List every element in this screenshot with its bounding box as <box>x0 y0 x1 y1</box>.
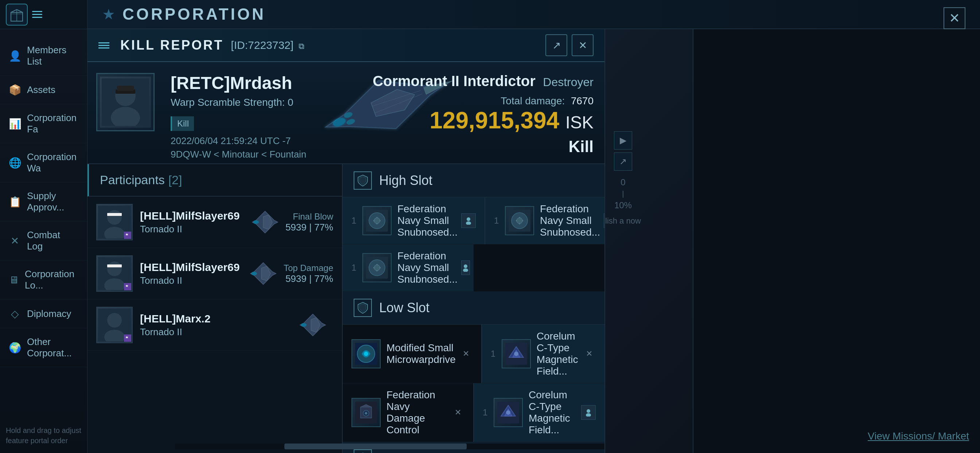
sidebar-item-label: Combat Log <box>27 230 78 252</box>
participant-ship-2: Tornado II <box>140 275 243 286</box>
combat-icon: ✕ <box>9 234 21 247</box>
pilot-portrait <box>102 78 149 126</box>
slot-num: 1 <box>352 215 363 226</box>
view-missions-link[interactable]: View Missions/ Market <box>868 431 969 442</box>
supply-icon: 📋 <box>9 196 21 208</box>
horizontal-scrollbar[interactable] <box>175 443 605 449</box>
corp-star-icon: ★ <box>102 6 115 22</box>
sidebar-item-supply[interactable]: 📋 Supply Approv... <box>0 182 87 222</box>
export-button[interactable]: ↗ <box>546 34 567 56</box>
participant-stat-value-1: 5939 | 77% <box>285 222 333 233</box>
rank-badge <box>124 231 131 239</box>
sidebar: 👤 Members List 📦 Assets 📊 Corporation Fa… <box>0 0 88 453</box>
ship-display: Cormorant II Interdictor Destroyer Total… <box>294 62 605 163</box>
svg-point-29 <box>301 323 307 327</box>
svg-rect-7 <box>117 86 134 91</box>
high-slot-row-1: 1 Federation Navy Small Snubnosed... <box>343 197 605 244</box>
low-slot-item-2-right[interactable]: 1 Corelum C-Type Magnetic Field... <box>473 383 605 442</box>
slot-item-name-mwd: Modified Small Microwarpdrive <box>387 342 456 365</box>
kill-result: Kill <box>372 137 593 156</box>
sidebar-item-label: Corporation Wa <box>27 152 78 174</box>
scrollbar-thumb[interactable] <box>285 443 467 449</box>
svg-point-20 <box>107 262 122 276</box>
sidebar-item-label: Supply Approv... <box>27 190 78 213</box>
ship-stats: Cormorant II Interdictor Destroyer Total… <box>372 73 593 156</box>
participants-count: [2] <box>169 173 182 187</box>
svg-point-44 <box>463 268 468 272</box>
pilot-avatar <box>96 73 154 131</box>
corp-finance-icon: 📊 <box>9 118 21 130</box>
sidebar-header <box>0 0 87 29</box>
assets-icon: 📦 <box>9 83 21 96</box>
participant-stats-2: Top Damage 5939 | 77% <box>284 263 333 284</box>
sidebar-item-label: Diplomacy <box>27 308 71 319</box>
nav-right-arrow[interactable]: ▶ <box>614 131 632 150</box>
sidebar-item-assets[interactable]: 📦 Assets <box>0 75 87 104</box>
svg-point-33 <box>467 217 470 221</box>
svg-point-53 <box>506 410 511 415</box>
slot-item-icon-corelum2 <box>494 398 523 427</box>
sidebar-item-corp-log[interactable]: 🖥 Corporation Lo... <box>0 260 87 300</box>
svg-point-26 <box>107 313 122 327</box>
slot-num: 1 <box>491 349 502 359</box>
participant-row[interactable]: [HELL]MilfSlayer69 Tornado II Top Damage… <box>88 248 342 300</box>
kill-report-actions: ↗ ✕ <box>546 34 593 56</box>
kill-report-close-button[interactable]: ✕ <box>572 34 593 56</box>
sidebar-item-combat[interactable]: ✕ Combat Log <box>0 222 87 260</box>
right-panel: View Missions/ Market <box>693 29 980 453</box>
participant-name-1: [HELL]MilfSlayer69 <box>140 210 245 222</box>
nav-export-arrow[interactable]: ↗ <box>614 152 632 171</box>
slot-shield-icon-mid <box>354 449 372 453</box>
high-slot-item-1[interactable]: 1 Federation Navy Small Snubnosed... <box>343 197 485 244</box>
high-slot-item-1-right[interactable]: 1 Federation Navy Small Snubnosed... <box>485 197 605 244</box>
sidebar-item-label: Members List <box>27 45 78 67</box>
sidebar-item-members[interactable]: 👤 Members List <box>0 37 87 75</box>
slot-item-name-1: Federation Navy Small Snubnosed... <box>398 203 458 238</box>
slot-item-icon <box>505 206 534 235</box>
svg-rect-16 <box>107 213 122 216</box>
sidebar-item-other[interactable]: 🌍 Other Corporat... <box>0 328 87 367</box>
slot-person-icon <box>461 214 476 228</box>
high-slot-header: High Slot <box>343 164 605 197</box>
rank-badge <box>124 283 131 290</box>
kill-report-title: KILL REPORT <box>120 38 223 53</box>
svg-point-32 <box>374 218 380 223</box>
sidebar-item-diplomacy[interactable]: ◇ Diplomacy <box>0 300 87 328</box>
diplomacy-icon: ◇ <box>9 308 21 320</box>
svg-point-54 <box>587 409 590 413</box>
participants-panel: Participants [2] <box>88 164 343 453</box>
total-damage-row: Total damage: 7670 <box>372 95 593 107</box>
kill-report-menu-button[interactable] <box>99 42 110 48</box>
sidebar-item-label: Assets <box>27 84 56 96</box>
svg-point-49 <box>514 352 519 356</box>
slot-item-name-corelum1: Corelum C-Type Magnetic Field... <box>537 330 579 377</box>
low-slot-item-1[interactable]: Modified Small Microwarpdrive ✕ <box>343 325 481 383</box>
participant-ship-3: Tornado II <box>140 327 293 338</box>
participants-header: Participants [2] <box>88 164 342 196</box>
slot-num: 1 <box>352 263 363 273</box>
participant-name-3: [HELL]Marx.2 <box>140 313 293 325</box>
content-area: Participants [2] <box>88 164 605 453</box>
participant-stats-1: Final Blow 5939 | 77% <box>285 212 333 233</box>
sidebar-item-corp-finance[interactable]: 📊 Corporation Fa <box>0 104 87 144</box>
participant-row[interactable]: [HELL]Marx.2 Tornado II <box>88 300 342 351</box>
mid-slot-title: Mid Slot <box>379 451 426 453</box>
svg-point-14 <box>107 210 122 225</box>
sidebar-menu-button[interactable] <box>32 11 42 18</box>
low-slot-item-2[interactable]: Federation Navy Damage Control ✕ <box>343 383 473 442</box>
sidebar-nav: 👤 Members List 📦 Assets 📊 Corporation Fa… <box>0 29 87 375</box>
svg-point-24 <box>251 272 257 275</box>
low-slot-item-1-right[interactable]: 1 Corelum C-Type Magnetic Field... ✕ <box>481 325 605 383</box>
low-slot-header: Low Slot <box>343 292 605 325</box>
low-slot-row-2: Federation Navy Damage Control ✕ 1 <box>343 383 605 442</box>
close-button[interactable]: ✕ <box>943 7 966 29</box>
svg-point-37 <box>517 218 522 223</box>
sidebar-item-corp-wallet[interactable]: 🌐 Corporation Wa <box>0 144 87 182</box>
svg-point-43 <box>464 265 468 268</box>
kill-info-section: [RETC]Mrdash Warp Scramble Strength: 0 K… <box>88 62 605 164</box>
participant-row[interactable]: [HELL]MilfSlayer69 Tornado II Final Blow… <box>88 196 342 248</box>
participant-avatar-3 <box>96 307 133 343</box>
participant-avatar-2 <box>96 255 133 292</box>
slot-num: 1 <box>494 215 505 226</box>
high-slot-item-2[interactable]: 1 Federation Navy Small Snubnosed... <box>343 244 474 292</box>
